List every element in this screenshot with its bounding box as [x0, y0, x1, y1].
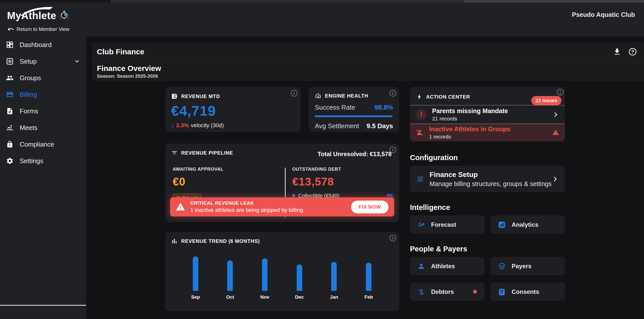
main-content: Club Finance ? Finance Overview Season: …: [86, 36, 644, 319]
card-title: REVENUE MTD: [181, 94, 220, 99]
download-icon[interactable]: [613, 48, 621, 56]
action-center-card: ACTION CENTER 22 Issues i ! Parents miss…: [410, 87, 565, 142]
info-icon[interactable]: i: [390, 90, 396, 97]
dashboard-right-column: ACTION CENTER 22 Issues i ! Parents miss…: [410, 87, 565, 301]
revenue-mtd-value: €4,719: [171, 103, 294, 119]
revenue-velocity: ↓ 2.3% velocity (30d): [171, 122, 294, 129]
exclamation-badge-icon: !: [416, 109, 427, 120]
velocity-note: velocity (30d): [191, 122, 224, 129]
sidebar-item-compliance[interactable]: Compliance: [0, 136, 86, 153]
intelligence-tiles: Forecast Analytics: [410, 215, 565, 234]
forecast-trend-icon: [418, 221, 425, 229]
info-icon[interactable]: i: [390, 147, 396, 153]
fix-now-button[interactable]: FIX NOW: [351, 201, 389, 213]
bar-chart-icon: [171, 238, 178, 244]
sidebar-item-label: Groups: [20, 74, 41, 82]
consents-tile[interactable]: Consents: [490, 283, 565, 301]
arrow-down-icon: ↓: [171, 122, 174, 129]
forecast-tile[interactable]: Forecast: [410, 215, 484, 234]
trend-bar-slot: [288, 256, 311, 291]
page-title: Club Finance: [97, 48, 144, 56]
help-icon[interactable]: ?: [629, 48, 636, 56]
action-item-title: Parents missing Mandate: [432, 107, 508, 115]
sidebar-item-label: Settings: [20, 157, 43, 165]
revenue-trend-card: REVENUE TREND (6 MONTHS) i SepOctNovDecJ…: [165, 232, 399, 311]
page-subheader: Finance Overview Season: Season 2025-202…: [92, 62, 644, 79]
action-item-count: 1 records: [429, 134, 510, 140]
return-link-label: Return to Member View: [17, 26, 69, 32]
info-icon[interactable]: i: [291, 90, 297, 97]
app-logo: MyAthlete: [7, 9, 70, 23]
finance-setup-subtitle: Manage billing structures, groups & sett…: [430, 180, 552, 188]
trend-bar-slot: [253, 256, 276, 291]
trend-bar: [331, 262, 337, 291]
page-header-row: Club Finance ?: [92, 42, 644, 62]
finance-setup-card[interactable]: Finance Setup Manage billing structures,…: [410, 166, 565, 192]
clipboard-icon: [498, 288, 506, 296]
trend-chart-bars: [171, 256, 393, 291]
tile-label: Athletes: [431, 263, 455, 270]
filter-list-icon: [171, 150, 178, 156]
sidebar-item-setup[interactable]: Setup: [0, 53, 86, 70]
speedometer-icon: [315, 93, 321, 99]
trend-bar: [193, 256, 198, 291]
trend-bar-slot: [323, 256, 345, 291]
card-title: REVENUE PIPELINE: [181, 150, 233, 156]
chevron-right-icon: [552, 176, 558, 182]
velocity-delta: 2.3%: [176, 122, 189, 129]
trend-bar-label: Nov: [253, 294, 276, 300]
trend-bar: [227, 260, 233, 291]
warning-triangle-icon: [552, 129, 559, 136]
money-off-icon: [418, 288, 425, 296]
finance-setup-title: Finance Setup: [430, 171, 552, 179]
revenue-pipeline-card: REVENUE PIPELINE Total Unresolved: €13,5…: [165, 144, 399, 222]
action-item-inactive-athletes[interactable]: Inactive Athletes in Groups 1 records: [410, 124, 565, 141]
return-to-member-view-link[interactable]: Return to Member View: [8, 26, 69, 32]
outstanding-debt-value: €13,578: [292, 175, 393, 188]
dashboard-left-column: REVENUE MTD i €4,719 ↓ 2.3% velocity (30…: [165, 87, 399, 311]
debtors-tile[interactable]: Debtors: [410, 283, 484, 301]
card-title: ACTION CENTER: [426, 94, 470, 100]
sidebar-item-settings[interactable]: Settings: [0, 153, 86, 169]
critical-revenue-leak-banner: CRITICAL REVENUE LEAK 1 inactive athlete…: [170, 197, 394, 216]
document-icon: [6, 107, 14, 115]
trend-bar-label: Jan: [323, 294, 345, 300]
trend-bar: [366, 263, 371, 291]
top-strip-left-segment: [0, 0, 111, 3]
sidebar-item-label: Dashboard: [20, 41, 52, 49]
tile-label: Debtors: [431, 288, 454, 295]
success-rate-label: Success Rate: [315, 104, 355, 111]
trend-bar-slot: [219, 256, 241, 291]
action-item-count: 21 records: [432, 116, 508, 122]
sidebar-item-meets[interactable]: Meets: [0, 119, 86, 136]
page-subtitle: Finance Overview: [97, 64, 639, 73]
browser-top-strip: [0, 0, 644, 3]
sidebar-item-groups[interactable]: Groups: [0, 70, 86, 86]
total-unresolved-label: Total Unresolved: €13,578: [318, 151, 392, 158]
outstanding-debt-label: OUTSTANDING DEBT: [292, 167, 393, 172]
sidebar-item-forms[interactable]: Forms: [0, 103, 86, 119]
blue-dot-icon: [292, 194, 295, 197]
alert-title: CRITICAL REVENUE LEAK: [190, 200, 305, 206]
sidebar-item-dashboard[interactable]: Dashboard: [0, 36, 86, 53]
success-rate-progress: [315, 115, 392, 117]
action-item-title: Inactive Athletes in Groups: [429, 125, 510, 133]
analytics-tile[interactable]: Analytics: [490, 215, 565, 234]
people-icon: [6, 74, 14, 82]
credit-card-icon: [6, 91, 14, 98]
athletes-tile[interactable]: Athletes: [410, 257, 484, 275]
page-header-panel: Club Finance ? Finance Overview Season: …: [92, 42, 644, 81]
payers-tile[interactable]: Payers: [490, 257, 565, 275]
page-header-actions: ?: [613, 48, 636, 56]
shield-check-icon: [498, 262, 506, 270]
sidebar-item-label: Setup: [20, 58, 37, 65]
analytics-chart-icon: [498, 221, 506, 229]
tune-sliders-icon: [416, 175, 424, 183]
card-title: ENGINE HEALTH: [325, 93, 368, 99]
info-icon[interactable]: i: [390, 235, 396, 241]
sidebar-item-billing[interactable]: Billing: [0, 86, 86, 103]
trend-bar-label: Dec: [288, 294, 311, 300]
info-icon[interactable]: i: [557, 89, 563, 96]
trend-chart-labels: SepOctNovDecJanFeb: [171, 294, 393, 300]
action-item-parents-missing-mandate[interactable]: ! Parents missing Mandate 21 records: [410, 105, 565, 124]
